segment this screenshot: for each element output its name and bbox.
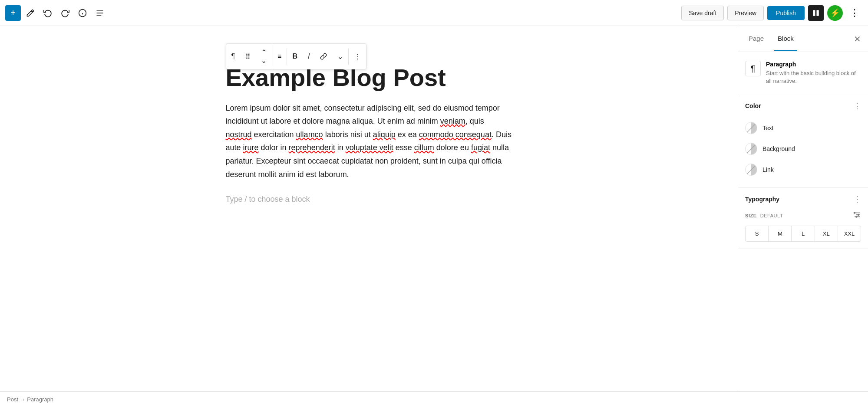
typography-size-row: SIZE DEFAULT (745, 211, 861, 220)
drag-handle-button[interactable]: ⠿ (240, 48, 256, 65)
paragraph-block[interactable]: Lorem ipsum dolor sit amet, consectetur … (226, 102, 512, 181)
block-info-text: Paragraph Start with the basic building … (766, 61, 861, 85)
editor-area[interactable]: ¶ ⠿ ⌃⌄ ≡ B (0, 26, 738, 391)
preview-button[interactable]: Preview (727, 6, 764, 20)
block-info: ¶ Paragraph Start with the basic buildin… (738, 52, 868, 94)
jetpack-button[interactable]: ⚡ (827, 5, 843, 21)
link-button[interactable] (315, 49, 332, 64)
text-color-swatch[interactable] (745, 122, 757, 134)
text-color-label: Text (762, 125, 774, 131)
background-color-option[interactable]: Background (745, 138, 861, 159)
info-button[interactable] (75, 5, 90, 21)
color-section: Color ⋮ Text Background Link (738, 94, 868, 187)
sidebar-header: Page Block ✕ (738, 26, 868, 52)
misspelled-word: nostrud (226, 130, 252, 139)
tab-page[interactable]: Page (745, 27, 767, 51)
align-button[interactable]: ≡ (272, 48, 287, 65)
misspelled-word: aliquip (373, 130, 396, 139)
sidebar: Page Block ✕ ¶ Paragraph Start with the … (738, 26, 868, 391)
block-type-name: Paragraph (766, 61, 861, 68)
size-settings-button[interactable] (853, 211, 861, 220)
paragraph-block-icon: ¶ (745, 61, 761, 76)
size-buttons: S M L XL XXL (745, 226, 861, 242)
block-type-description: Start with the basic building block of a… (766, 69, 861, 85)
breadcrumb-separator: › (23, 396, 24, 403)
color-more-button[interactable]: ⋮ (853, 101, 861, 111)
publish-button[interactable]: Publish (767, 6, 805, 20)
color-section-header: Color ⋮ (745, 101, 861, 111)
bold-button[interactable]: B (287, 48, 303, 65)
more-options-button[interactable]: ⋮ (846, 4, 863, 22)
list-view-button[interactable] (92, 5, 108, 21)
size-default-value: DEFAULT (760, 213, 783, 218)
italic-icon: I (308, 53, 310, 60)
breadcrumb-paragraph[interactable]: Paragraph (27, 396, 53, 403)
misspelled-word: commodo consequat (419, 130, 492, 139)
text-color-option[interactable]: Text (745, 118, 861, 138)
size-xl-button[interactable]: XL (815, 226, 838, 241)
more-vertical-icon: ⋮ (354, 53, 361, 61)
block-floating-toolbar: ¶ ⠿ ⌃⌄ ≡ B (226, 43, 367, 69)
color-section-title: Color (745, 102, 761, 109)
undo-button[interactable] (40, 5, 56, 21)
svg-point-11 (854, 212, 855, 213)
add-block-button[interactable]: + (5, 5, 21, 21)
size-xxl-button[interactable]: XXL (838, 226, 861, 241)
typography-section: Typography ⋮ SIZE DEFAULT S M L XL XXL (738, 187, 868, 249)
size-l-button[interactable]: L (792, 226, 815, 241)
svg-rect-6 (813, 10, 815, 16)
background-color-label: Background (762, 145, 795, 152)
misspelled-word: ullamco (296, 130, 323, 139)
misspelled-word: irure (243, 143, 259, 152)
type-prompt[interactable]: Type / to choose a block (226, 191, 512, 207)
paragraph-icon: ¶ (231, 53, 235, 60)
save-draft-button[interactable]: Save draft (681, 6, 724, 20)
more-format-button[interactable]: ⌄ (332, 48, 348, 65)
block-type-button[interactable]: ¶ (226, 48, 241, 65)
bottom-bar: Post › Paragraph (0, 391, 868, 407)
svg-rect-7 (817, 10, 819, 16)
align-group: ≡ (272, 48, 287, 65)
sidebar-close-button[interactable]: ✕ (854, 34, 861, 44)
misspelled-word: voluptate velit (346, 143, 393, 152)
sliders-icon (853, 211, 861, 219)
link-color-option[interactable]: Link (745, 159, 861, 180)
options-group: ⋮ (349, 48, 366, 65)
typography-section-title: Typography (745, 196, 779, 203)
background-color-swatch[interactable] (745, 143, 757, 155)
block-options-button[interactable]: ⋮ (349, 48, 366, 65)
toolbar-right: Save draft Preview Publish ⚡ ⋮ (681, 4, 863, 22)
move-up-down-button[interactable]: ⌃⌄ (256, 44, 272, 69)
redo-button[interactable] (57, 5, 73, 21)
size-s-button[interactable]: S (746, 226, 769, 241)
typography-more-button[interactable]: ⋮ (853, 194, 861, 204)
svg-point-12 (858, 214, 859, 216)
misspelled-word: fugiat (471, 143, 490, 152)
main-area: ¶ ⠿ ⌃⌄ ≡ B (0, 26, 868, 391)
size-m-button[interactable]: M (769, 226, 792, 241)
breadcrumb-post[interactable]: Post (7, 396, 18, 403)
misspelled-word: reprehenderit (289, 143, 335, 152)
bold-icon: B (292, 53, 297, 60)
toolbar-left: + (5, 5, 108, 21)
editor-content: ¶ ⠿ ⌃⌄ ≡ B (208, 43, 530, 207)
settings-toggle-button[interactable] (808, 5, 824, 21)
link-icon (320, 53, 327, 60)
block-type-group: ¶ ⠿ ⌃⌄ (226, 44, 273, 69)
format-group: B I ⌄ (287, 48, 349, 65)
chevron-updown-icon: ⌃⌄ (261, 48, 267, 65)
tab-block[interactable]: Block (774, 27, 797, 51)
edit-tool-button[interactable] (23, 5, 38, 21)
link-color-label: Link (762, 166, 774, 173)
link-color-swatch[interactable] (745, 164, 757, 176)
chevron-down-icon: ⌄ (337, 53, 343, 61)
misspelled-word: veniam (440, 117, 465, 125)
misspelled-word: cillum (414, 143, 434, 152)
typography-section-header: Typography ⋮ (745, 194, 861, 204)
align-icon: ≡ (277, 53, 281, 60)
drag-icon: ⠿ (245, 53, 251, 61)
italic-button[interactable]: I (303, 48, 315, 65)
size-label: SIZE (745, 213, 757, 218)
top-toolbar: + Save draft Preview Publish ⚡ ⋮ (0, 0, 868, 26)
svg-point-13 (856, 216, 857, 217)
